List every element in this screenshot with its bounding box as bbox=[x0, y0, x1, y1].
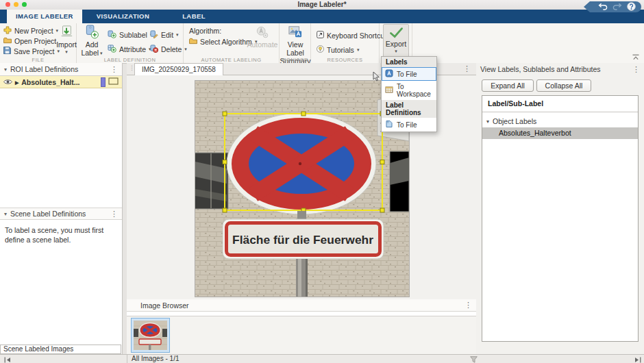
label-sublabel-table: Label/Sub-Label ▾ Object Labels Absolute… bbox=[482, 95, 639, 342]
delete-icon bbox=[150, 45, 158, 54]
fire-lane-sign: Fläche für die Feuerwehr bbox=[223, 219, 384, 259]
ribbon-section-label-definition: Add Label▾ Sublabel ▾ Attribute ▾ Ed bbox=[77, 23, 184, 63]
help-button[interactable] bbox=[627, 2, 636, 12]
label-column-header: Label/Sub-Label bbox=[482, 96, 638, 112]
view-label-summary-icon bbox=[288, 25, 303, 40]
ribbon-tabbar: IMAGE LABELER VISUALIZATION LABEL bbox=[0, 10, 644, 23]
delete-button[interactable]: Delete ▾ bbox=[148, 44, 189, 54]
undo-button[interactable] bbox=[598, 3, 608, 12]
workspace-icon bbox=[385, 86, 393, 95]
attribute-icon bbox=[108, 45, 116, 54]
ribbon-toolstrip: New Project ▾ Open Project Save Project … bbox=[0, 23, 644, 64]
thumbnail-photo bbox=[134, 321, 167, 350]
scene-panel-title: Scene Label Definitions bbox=[10, 210, 86, 218]
image-browser-header: Image Browser ⋮ bbox=[127, 299, 476, 312]
quick-access-toolbar bbox=[584, 1, 641, 12]
left-panel: ▾ ROI Label Definitions ⋮ ▸ Absolutes_Ha… bbox=[0, 63, 123, 354]
export-check-icon bbox=[389, 27, 404, 40]
view-labels-header: View Labels, Sublabels and Attributes ⋮ bbox=[476, 63, 644, 75]
dock-left-icon[interactable] bbox=[4, 356, 11, 363]
titlebar: Image Labeler* bbox=[0, 0, 644, 10]
open-folder-icon bbox=[3, 37, 12, 45]
right-panel-menu-icon[interactable]: ⋮ bbox=[632, 66, 640, 73]
section-label-label-definition: LABEL DEFINITION bbox=[77, 57, 183, 63]
status-bar: All Images - 1/1 bbox=[0, 354, 644, 363]
scene-empty-message: To label a scene, you must first define … bbox=[0, 220, 123, 250]
tutorials-lightbulb-icon bbox=[317, 45, 324, 54]
collapse-ribbon-button[interactable] bbox=[632, 53, 640, 62]
figure-panel-menu-icon[interactable]: ⋮ bbox=[463, 65, 471, 73]
no-stopping-sign bbox=[227, 113, 376, 214]
labeled-photo[interactable]: Fläche für die Feuerwehr bbox=[195, 81, 409, 297]
section-label-file: FILE bbox=[0, 57, 76, 63]
section-label-monitor: MONITOR bbox=[280, 57, 310, 63]
right-panel-title: View Labels, Sublabels and Attributes bbox=[480, 65, 601, 73]
roi-panel-title: ROI Label Definitions bbox=[10, 65, 78, 73]
collapse-all-button[interactable]: Collapse All bbox=[536, 79, 591, 92]
collapse-panel-icon[interactable]: ▾ bbox=[4, 211, 7, 217]
edit-button[interactable]: Edit ▾ bbox=[148, 29, 189, 40]
chevron-down-icon: ▾ bbox=[357, 47, 360, 52]
photo-svg: Fläche für die Feuerwehr bbox=[195, 81, 409, 297]
tab-image-labeler[interactable]: IMAGE LABELER bbox=[7, 10, 82, 23]
tree-row-absolutes-halteverbot[interactable]: Absolutes_Halteverbot bbox=[482, 127, 638, 139]
export-dropdown-menu: Labels To File To Workspace Label Defini… bbox=[381, 56, 437, 132]
visibility-eye-icon[interactable] bbox=[3, 78, 12, 86]
roi-label-definitions-header: ▾ ROI Label Definitions ⋮ bbox=[0, 63, 122, 76]
automate-icon bbox=[256, 26, 269, 40]
definition-tag-icon bbox=[385, 120, 393, 129]
keyboard-shortcuts-icon bbox=[317, 31, 324, 40]
expand-all-button[interactable]: Expand All bbox=[482, 79, 534, 92]
image-thumbnail-selected[interactable] bbox=[131, 318, 170, 353]
scene-panel-menu-icon[interactable]: ⋮ bbox=[110, 210, 118, 218]
dock-right-icon[interactable] bbox=[634, 356, 641, 363]
roi-panel-menu-icon[interactable]: ⋮ bbox=[110, 66, 118, 73]
scene-label-definitions-header: ▾ Scene Label Definitions ⋮ bbox=[0, 208, 122, 220]
section-label-resources: RESOURCES bbox=[311, 57, 379, 63]
scene-labeled-images-bar[interactable]: Scene Labeled Images bbox=[0, 345, 121, 354]
sign-pole bbox=[296, 259, 308, 297]
expand-item-icon[interactable]: ▸ bbox=[15, 78, 18, 86]
menu-item-labels-to-workspace[interactable]: To Workspace bbox=[382, 81, 436, 100]
select-algorithm-folder-icon bbox=[189, 38, 197, 46]
menu-item-definitions-to-file[interactable]: To File bbox=[382, 118, 436, 132]
import-button[interactable]: Import ▾ bbox=[57, 25, 76, 54]
open-project-button[interactable]: Open Project bbox=[1, 36, 62, 46]
mouse-cursor bbox=[373, 71, 380, 83]
image-tab[interactable]: IMG_20250929_170558 bbox=[134, 63, 223, 75]
add-label-icon bbox=[84, 25, 99, 40]
menu-group-label-definitions: Label Definitions bbox=[382, 100, 436, 118]
redo-button[interactable] bbox=[612, 3, 622, 12]
tree-row-object-labels[interactable]: ▾ Object Labels bbox=[482, 115, 638, 127]
collapse-panel-icon[interactable]: ▾ bbox=[4, 66, 7, 73]
chevron-down-icon: ▾ bbox=[395, 49, 397, 53]
chevron-down-icon: ▾ bbox=[65, 49, 68, 54]
save-project-button[interactable]: Save Project ▾ bbox=[1, 46, 62, 56]
chevron-down-icon: ▾ bbox=[100, 51, 103, 55]
sublabel-button[interactable]: Sublabel ▾ bbox=[106, 29, 154, 40]
window-title: Image Labeler* bbox=[0, 0, 644, 10]
collapse-tree-icon[interactable]: ▾ bbox=[486, 118, 489, 125]
new-project-button[interactable]: New Project ▾ bbox=[1, 25, 62, 36]
add-label-button[interactable]: Add Label▾ bbox=[80, 25, 103, 57]
filter-funnel-icon[interactable] bbox=[470, 356, 478, 363]
image-browser-thumbnails bbox=[127, 316, 476, 354]
label-file-icon bbox=[385, 69, 393, 79]
menu-group-labels: Labels bbox=[382, 57, 436, 67]
sublabel-icon bbox=[108, 30, 116, 40]
roi-label-item[interactable]: ▸ Absolutes_Halt... bbox=[0, 76, 122, 88]
chevron-down-icon: ▾ bbox=[176, 32, 179, 37]
tab-label[interactable]: LABEL bbox=[173, 10, 214, 23]
menu-item-labels-to-file[interactable]: To File bbox=[382, 67, 436, 81]
image-browser-menu-icon[interactable]: ⋮ bbox=[465, 301, 472, 309]
image-labeler-window: Image Labeler* IMAGE LABELER VISUALIZATI… bbox=[0, 0, 644, 363]
roi-label-name: Absolutes_Halt... bbox=[21, 78, 98, 86]
roi-color-swatch bbox=[101, 77, 106, 87]
tab-visualization[interactable]: VISUALIZATION bbox=[88, 10, 158, 23]
import-icon bbox=[59, 25, 74, 40]
ribbon-section-file: New Project ▾ Open Project Save Project … bbox=[0, 23, 77, 63]
save-disk-icon bbox=[3, 47, 11, 55]
attribute-button[interactable]: Attribute ▾ bbox=[106, 44, 154, 54]
ribbon-section-resources: Keyboard Shortcuts Tutorials ▾ RESOURCES bbox=[311, 23, 380, 63]
image-browser-scrollbar[interactable] bbox=[127, 312, 476, 316]
